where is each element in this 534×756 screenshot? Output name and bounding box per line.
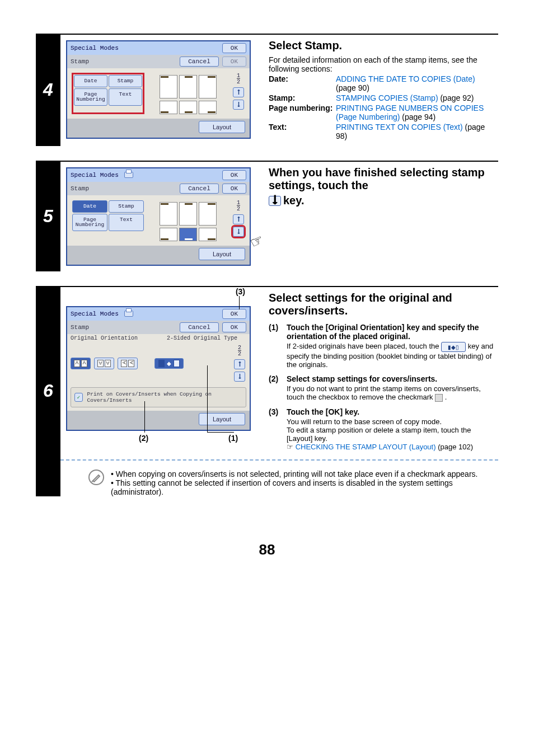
step-4: 4 Special Modes OK Stamp Cancel OK xyxy=(36,34,498,146)
note-pencil-icon xyxy=(88,469,104,485)
lcd-tab-stamp[interactable]: Stamp xyxy=(109,75,142,87)
step5-title: When you have finished selecting stamp s… xyxy=(269,166,496,207)
empty-checkbox-icon xyxy=(435,394,443,402)
sub3-line1: You will return to the base screen of co… xyxy=(287,417,496,426)
sub1-body: If 2-sided originals have been placed, t… xyxy=(287,342,496,369)
item-label: Page numbering: xyxy=(269,104,336,121)
link-layout-check[interactable]: CHECKING THE STAMP LAYOUT (Layout) xyxy=(296,443,436,451)
scroll-down-button[interactable]: 🠗 xyxy=(233,100,244,110)
lcd-tab-text[interactable]: Text xyxy=(109,214,144,231)
lcd-title: Special Modes xyxy=(71,311,119,317)
lcd-ok-top-button[interactable]: OK xyxy=(222,43,246,53)
lcd-tab-stamp[interactable]: Stamp xyxy=(109,200,144,213)
lcd-ok-top-button[interactable]: OK xyxy=(222,170,246,180)
link-stamp[interactable]: STAMPING COPIES (Stamp) xyxy=(336,93,438,102)
sub3-head: Touch the [OK] key. xyxy=(287,407,496,416)
printer-icon xyxy=(123,309,133,318)
arrow-down-icon: 🠗 xyxy=(236,101,242,108)
page-ref: (page 94) xyxy=(400,112,435,121)
page-ref: (page 92) xyxy=(438,93,474,102)
orientation-landscape-button[interactable]: AA xyxy=(118,358,138,369)
link-text[interactable]: PRINTING TEXT ON COPIES (Text) xyxy=(336,123,463,132)
covers-inserts-label: Print on Covers/Inserts when Copying on … xyxy=(87,391,242,403)
lcd-tab-text[interactable]: Text xyxy=(109,88,142,106)
sub1-head: Touch the [Original Orientation] key and… xyxy=(287,323,496,341)
item-label: Date: xyxy=(269,74,336,92)
lcd-ok-button[interactable]: OK xyxy=(222,57,246,67)
step-number: 6 xyxy=(36,286,60,496)
arrow-up-icon: 🠕 xyxy=(236,216,242,223)
lcd-ok-button[interactable]: OK xyxy=(222,322,246,332)
lcd-tab-page-numbering[interactable]: Page Numbering xyxy=(72,214,107,231)
two-sided-label: 2-Sided Original Type xyxy=(167,335,237,341)
lcd-page-total: 2 xyxy=(237,205,240,212)
lcd-subtitle: Stamp xyxy=(71,185,89,192)
lcd-ok-button[interactable]: OK xyxy=(222,184,246,194)
lcd-preview xyxy=(149,200,227,241)
lcd-layout-button[interactable]: Layout xyxy=(199,121,245,133)
orientation-portrait-button[interactable]: AA xyxy=(71,358,91,369)
page-number: 88 xyxy=(36,541,498,558)
arrow-up-icon: 🠕 xyxy=(236,89,242,96)
lcd-preview xyxy=(149,73,227,114)
lcd-panel-step5: Special Modes OK Stamp Cancel OK xyxy=(66,167,251,266)
scroll-up-button[interactable]: 🠕 xyxy=(233,87,244,97)
item-label: Stamp: xyxy=(269,93,336,102)
two-sided-key-icon: ▮◆▯ xyxy=(441,342,466,352)
callout-3-label: (3) xyxy=(236,287,245,296)
down-arrow-key-icon: 🠗 xyxy=(269,196,281,206)
scroll-up-button[interactable]: 🠕 xyxy=(234,359,245,369)
step4-title: Select Stamp. xyxy=(269,39,496,52)
arrow-up-icon: 🠕 xyxy=(237,361,243,368)
lcd-tab-page-numbering[interactable]: Page Numbering xyxy=(74,88,107,106)
page-ref: (page 90) xyxy=(336,83,369,92)
sub2-num: (2) xyxy=(269,374,282,383)
step-number: 4 xyxy=(36,34,60,146)
two-sided-type-button[interactable]: ◆ xyxy=(154,358,184,369)
step-6: 6 (3) Special Modes OK xyxy=(36,286,498,496)
lcd-panel-step6: Special Modes OK Stamp Cancel OK xyxy=(66,306,251,431)
lcd-page-total: 2 xyxy=(237,78,240,85)
step6-title: Select settings for the original and cov… xyxy=(269,292,496,317)
lcd-ok-top-button[interactable]: OK xyxy=(222,309,246,319)
lcd-cancel-button[interactable]: Cancel xyxy=(180,184,219,194)
step4-intro: For detailed information on each of the … xyxy=(269,55,496,73)
link-date[interactable]: ADDING THE DATE TO COPIES (Date) xyxy=(336,74,475,83)
step-5: 5 Special Modes OK Stamp Cancel xyxy=(36,161,498,271)
dashed-separator xyxy=(60,459,498,461)
sub3-line2: To edit a stamp position or delete a sta… xyxy=(287,426,496,443)
lcd-page-total: 2 xyxy=(238,350,241,357)
item-label: Text: xyxy=(269,123,336,140)
sub2-body: If you do not want to print the stamp it… xyxy=(287,384,496,402)
orientation-label: Original Orientation xyxy=(71,335,138,341)
scroll-down-button[interactable]: 🠗 xyxy=(233,227,244,237)
note-1: • When copying on covers/inserts is not … xyxy=(111,469,496,478)
printer-icon xyxy=(123,171,133,180)
lcd-layout-button[interactable]: Layout xyxy=(199,413,245,425)
sub2-head: Select stamp settings for covers/inserts… xyxy=(287,374,496,383)
lcd-tab-date[interactable]: Date xyxy=(74,75,107,87)
lcd-layout-button[interactable]: Layout xyxy=(199,248,245,260)
lcd-panel-step4: Special Modes OK Stamp Cancel OK D xyxy=(66,40,251,139)
orientation-inverted-button[interactable]: AA xyxy=(94,358,114,369)
callout-2-label: (2) xyxy=(139,434,148,443)
callout-1-label: (1) xyxy=(228,434,238,443)
note-2: • This setting cannot be selected if ins… xyxy=(111,478,496,496)
lcd-tab-date[interactable]: Date xyxy=(72,200,107,213)
covers-inserts-checkbox[interactable]: ✓ xyxy=(74,393,83,402)
scroll-up-button[interactable]: 🠕 xyxy=(233,214,244,224)
arrow-down-icon: 🠗 xyxy=(237,373,243,380)
sub1-num: (1) xyxy=(269,323,282,341)
lcd-subtitle: Stamp xyxy=(71,324,89,331)
scroll-down-button[interactable]: 🠗 xyxy=(234,372,245,382)
arrow-down-icon: 🠗 xyxy=(236,228,242,235)
cross-ref-icon: ☞ xyxy=(287,443,293,451)
lcd-cancel-button[interactable]: Cancel xyxy=(180,57,219,67)
lcd-cancel-button[interactable]: Cancel xyxy=(180,322,219,332)
sub3-num: (3) xyxy=(269,407,282,416)
lcd-title: Special Modes xyxy=(71,45,119,51)
lcd-subtitle: Stamp xyxy=(71,58,89,65)
lcd-title: Special Modes xyxy=(71,172,119,179)
step-number: 5 xyxy=(36,161,60,271)
page-ref: (page 102) xyxy=(436,443,474,451)
